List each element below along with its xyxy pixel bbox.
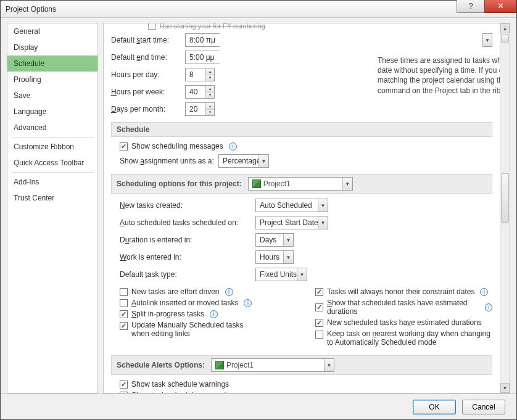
- sidebar-item-customize-ribbon[interactable]: Customize Ribbon: [7, 139, 97, 155]
- honor-constraints-label: Tasks will always honor their constraint…: [327, 287, 474, 296]
- autolink-checkbox[interactable]: [120, 299, 128, 307]
- cutoff-row: Use starting year for FY numbering: [111, 23, 492, 30]
- effort-driven-checkbox[interactable]: [120, 288, 128, 296]
- autolink-label: Autolink inserted or moved tasks: [131, 299, 238, 307]
- update-manual-label: Update Manually Scheduled tasks when edi…: [131, 321, 255, 338]
- duration-label: Duration is entered in:: [120, 236, 255, 244]
- section-schedule: Schedule: [111, 122, 492, 137]
- hours-per-week-input[interactable]: 40 ▲▼: [185, 85, 215, 99]
- sidebar-item-general[interactable]: General: [7, 23, 97, 39]
- scroll-thumb[interactable]: [501, 173, 509, 223]
- new-estimated-label: New scheduled tasks have estimated durat…: [327, 318, 482, 327]
- content-pane: Use starting year for FY numbering Defau…: [104, 23, 500, 393]
- spin-down-icon: ▼: [206, 75, 214, 81]
- alerts-project-selector[interactable]: Project1 ▼: [211, 358, 334, 372]
- ok-button[interactable]: OK: [413, 400, 456, 414]
- new-tasks-created-label: New tasks created:: [120, 201, 255, 210]
- assignment-units-combo[interactable]: Percentage ▼: [218, 154, 269, 168]
- days-per-month-label: Days per month:: [111, 105, 185, 113]
- options-dialog: Project Options ? ✕ General Display Sche…: [0, 0, 517, 420]
- project-icon: [215, 361, 224, 369]
- duration-combo[interactable]: Days▼: [255, 233, 294, 247]
- scroll-up-icon[interactable]: ▲: [500, 23, 510, 33]
- category-sidebar: General Display Schedule Proofing Save L…: [7, 23, 98, 393]
- sidebar-item-proofing[interactable]: Proofing: [7, 72, 97, 88]
- assignment-units-label: Show assignment units as a:: [120, 157, 218, 165]
- scroll-down-icon[interactable]: ▼: [500, 383, 510, 393]
- close-button[interactable]: ✕: [484, 0, 516, 13]
- hours-per-day-label: Hours per day:: [111, 70, 185, 79]
- info-icon[interactable]: i: [210, 310, 218, 318]
- sidebar-item-advanced[interactable]: Advanced: [7, 120, 97, 136]
- update-manual-checkbox[interactable]: [120, 322, 128, 330]
- fy-numbering-checkbox[interactable]: [148, 23, 156, 30]
- chevron-down-icon: ▼: [342, 178, 352, 190]
- scroll-thumb[interactable]: [501, 34, 509, 43]
- task-type-combo[interactable]: Fixed Units▼: [255, 268, 307, 281]
- show-estimated-label: Show that scheduled tasks have estimated…: [327, 299, 479, 316]
- sidebar-item-language[interactable]: Language: [7, 104, 97, 120]
- show-suggestions-label: Show task schedule suggestions: [131, 391, 239, 393]
- keep-nearest-label: Keep task on nearest working day when ch…: [327, 329, 492, 347]
- effort-driven-label: New tasks are effort driven: [131, 287, 220, 296]
- sidebar-item-addins[interactable]: Add-Ins: [7, 174, 97, 190]
- split-tasks-label: Split in-progress tasks: [131, 310, 204, 318]
- show-scheduling-messages-label: Show scheduling messages: [131, 142, 223, 150]
- honor-constraints-checkbox[interactable]: [315, 288, 323, 296]
- sidebar-item-save[interactable]: Save: [7, 88, 97, 104]
- sidebar-item-trust-center[interactable]: Trust Center: [7, 190, 97, 206]
- chevron-down-icon: ▼: [258, 155, 268, 167]
- split-tasks-checkbox[interactable]: [120, 310, 128, 318]
- info-icon[interactable]: i: [229, 142, 237, 150]
- fy-numbering-label: Use starting year for FY numbering: [160, 23, 265, 30]
- show-warnings-checkbox[interactable]: [120, 381, 128, 389]
- auto-scheduled-on-combo[interactable]: Project Start Date▼: [255, 216, 328, 229]
- default-end-label: Default end time:: [111, 53, 185, 62]
- sidebar-item-schedule[interactable]: Schedule: [7, 56, 97, 72]
- project-icon: [252, 179, 261, 188]
- show-estimated-checkbox[interactable]: [315, 303, 323, 311]
- default-end-time[interactable]: 5:00 μμ ▼: [185, 51, 220, 64]
- info-icon[interactable]: i: [485, 303, 492, 311]
- chevron-down-icon: ▼: [324, 359, 334, 371]
- new-estimated-checkbox[interactable]: [315, 319, 323, 327]
- keep-nearest-checkbox[interactable]: [315, 331, 323, 339]
- dialog-footer: OK Cancel: [1, 393, 516, 419]
- days-per-month-input[interactable]: 20 ▲▼: [185, 102, 215, 116]
- default-start-time[interactable]: 8:00 πμ ▼: [185, 33, 220, 47]
- info-icon[interactable]: i: [480, 288, 488, 296]
- auto-scheduled-on-label: Auto scheduled tasks scheduled on:: [120, 218, 255, 227]
- default-start-label: Default start time:: [111, 36, 185, 44]
- info-icon[interactable]: i: [244, 299, 252, 307]
- chevron-down-icon[interactable]: ▼: [482, 33, 492, 47]
- vertical-scrollbar[interactable]: ▲ ▼: [500, 23, 510, 393]
- cancel-button[interactable]: Cancel: [462, 400, 505, 414]
- hours-per-day-input[interactable]: 8 ▲▼: [185, 68, 215, 81]
- spin-up-icon: ▲: [206, 68, 214, 75]
- hours-per-week-label: Hours per week:: [111, 88, 185, 96]
- work-combo[interactable]: Hours▼: [255, 250, 294, 264]
- calendar-help-text: These times are assigned to tasks when y…: [378, 56, 500, 96]
- work-label: Work is entered in:: [120, 253, 255, 261]
- sidebar-item-display[interactable]: Display: [7, 39, 97, 56]
- section-scheduling-options: Scheduling options for this project: Pro…: [111, 174, 492, 194]
- show-warnings-label: Show task schedule warnings: [131, 380, 229, 389]
- show-suggestions-checkbox[interactable]: [120, 392, 128, 393]
- help-button[interactable]: ?: [457, 0, 485, 13]
- default-task-type-label: Default task type:: [120, 270, 255, 279]
- section-alerts: Schedule Alerts Options: Project1 ▼: [111, 355, 492, 375]
- show-scheduling-messages-checkbox[interactable]: [120, 142, 128, 150]
- sidebar-item-qat[interactable]: Quick Access Toolbar: [7, 155, 97, 171]
- project-selector[interactable]: Project1 ▼: [248, 177, 353, 191]
- window-title: Project Options: [6, 5, 56, 14]
- titlebar: Project Options ? ✕: [1, 1, 516, 18]
- info-icon[interactable]: i: [225, 288, 233, 296]
- new-tasks-combo[interactable]: Auto Scheduled▼: [255, 199, 328, 212]
